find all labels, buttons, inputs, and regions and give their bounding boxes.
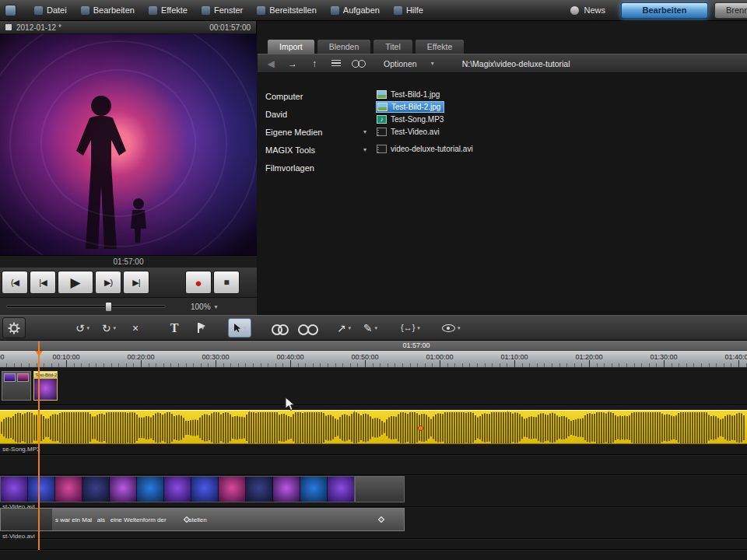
record-button[interactable]: ● bbox=[185, 271, 212, 294]
video-clip-filmstrip[interactable] bbox=[0, 476, 355, 502]
redo-button[interactable]: ↻ ▾ bbox=[97, 318, 121, 338]
menu-hilfe[interactable]: Hilfe bbox=[387, 0, 430, 20]
range-button[interactable]: {↔} ▾ bbox=[398, 318, 423, 338]
file-item[interactable]: Test-Video.avi bbox=[376, 126, 443, 138]
media-path[interactable]: N:\Magix\video-deluxe-tutorial bbox=[462, 59, 570, 68]
chevron-down-icon: ▾ bbox=[349, 325, 352, 331]
forward-icon[interactable]: → bbox=[286, 57, 300, 71]
video-clip-extension[interactable] bbox=[355, 476, 405, 502]
group-button[interactable] bbox=[267, 318, 290, 338]
seek-slider[interactable] bbox=[6, 305, 166, 308]
menu-item-icon bbox=[81, 6, 89, 15]
nav-item-computer[interactable]: Computer bbox=[258, 87, 374, 105]
menu-item-label: Bearbeiten bbox=[93, 5, 135, 15]
file-name: Test-Bild-2.jpg bbox=[391, 103, 440, 111]
tab-effekte[interactable]: Effekte bbox=[415, 39, 465, 54]
edit-mode-button[interactable]: Bearbeiten bbox=[621, 2, 708, 19]
chevron-down-icon: ▾ bbox=[363, 146, 366, 153]
clip-split-line bbox=[249, 411, 250, 443]
timeline-position-strip[interactable]: 01:57:00 bbox=[0, 341, 747, 351]
timeline-ruler[interactable]: 00:00:00 00:10:0000:20:0000:30:0000:40:0… bbox=[0, 351, 747, 368]
folder-up-icon[interactable]: ↑ bbox=[307, 57, 321, 71]
title-editor-button[interactable]: T bbox=[163, 318, 186, 338]
frame-back-button[interactable]: |◀ bbox=[30, 271, 56, 294]
ruler-label: 00:50:00 bbox=[351, 353, 378, 361]
film-frame-thumbnail bbox=[300, 477, 328, 502]
video-monitor[interactable] bbox=[0, 34, 257, 255]
burn-mode-button[interactable]: Brennen bbox=[714, 2, 747, 19]
search-icon[interactable] bbox=[351, 57, 365, 71]
ruler-label: 01:40:00 bbox=[724, 353, 747, 361]
eye-icon bbox=[442, 324, 455, 332]
news-button[interactable]: News bbox=[584, 5, 605, 15]
file-item[interactable]: Test-Bild-1.jpg bbox=[376, 89, 443, 100]
stop-button[interactable]: ■ bbox=[213, 271, 240, 294]
settings-button[interactable] bbox=[2, 317, 26, 338]
ruler-start-label: 00:00:00 bbox=[0, 353, 5, 361]
ruler-label: 01:30:00 bbox=[650, 353, 677, 361]
file-item[interactable]: ♪Test-Song.MP3 bbox=[376, 114, 447, 125]
undo-button[interactable]: ↺ ▾ bbox=[71, 318, 94, 338]
video-file-icon bbox=[377, 145, 387, 153]
menu-item-label: Datei bbox=[47, 5, 67, 15]
menu-item-label: Aufgaben bbox=[343, 5, 380, 15]
view-mode-button[interactable]: ▾ bbox=[439, 318, 464, 338]
frame-forward-button[interactable]: ▶| bbox=[123, 271, 149, 294]
tab-titel[interactable]: Titel bbox=[373, 39, 412, 54]
seek-slider-handle[interactable] bbox=[105, 302, 112, 312]
menu-datei[interactable]: Datei bbox=[27, 0, 74, 20]
nav-item-eigene-medien[interactable]: Eigene Medien▾ bbox=[258, 123, 374, 141]
menu-item-icon bbox=[202, 6, 210, 15]
nav-item-magix-tools[interactable]: MAGIX Tools▾ bbox=[258, 141, 374, 159]
image-clip-1[interactable] bbox=[2, 371, 31, 401]
transport-controls: (◀ |◀ ▶ ▶) ▶| ● ■ bbox=[0, 268, 257, 297]
magix-video-deluxe-app: DateiBearbeitenEffekteFensterBereitstell… bbox=[0, 0, 747, 560]
keyframe-dot[interactable] bbox=[418, 425, 423, 431]
media-pool-nav: ComputerDavidEigene Medien▾MAGIX Tools▾F… bbox=[258, 87, 374, 177]
clip-split-line bbox=[354, 411, 355, 443]
zoom-select[interactable]: 100% ▾ bbox=[191, 303, 218, 311]
timeline-tracks[interactable]: Test-Bild-2.jpg se-Song.MP3 st-Video.avi… bbox=[0, 368, 747, 560]
film-frame-thumbnail bbox=[1, 477, 28, 502]
file-item[interactable]: Test-Bild-2.jpg bbox=[376, 101, 444, 113]
ruler-minor-ticks bbox=[0, 363, 747, 367]
list-view-icon[interactable] bbox=[329, 57, 343, 71]
menu-effekte[interactable]: Effekte bbox=[142, 0, 195, 20]
mouse-mode-button[interactable]: ▾ bbox=[228, 318, 251, 338]
menu-aufgaben[interactable]: Aufgaben bbox=[324, 0, 387, 20]
menu-bereitstellen[interactable]: Bereitstellen bbox=[250, 0, 324, 20]
film-frame-thumbnail bbox=[219, 477, 246, 502]
title-clip[interactable]: s war ein Mal als eine Weltenform der st… bbox=[0, 508, 405, 531]
film-frame-thumbnail bbox=[191, 477, 219, 502]
nav-item-filmvorlagen[interactable]: Filmvorlagen bbox=[258, 159, 374, 177]
ungroup-button[interactable] bbox=[293, 318, 317, 338]
back-icon[interactable]: ◀ bbox=[264, 57, 278, 71]
film-frame-thumbnail bbox=[110, 477, 137, 502]
media-pool: Import Blenden Titel Effekte ◀ → ↑ Optio… bbox=[258, 21, 747, 315]
menu-bearbeiten[interactable]: Bearbeiten bbox=[74, 0, 142, 20]
app-icon[interactable] bbox=[5, 5, 16, 16]
playback-position-bar: 01:57:00 bbox=[0, 255, 257, 268]
range-end-button[interactable]: ▶) bbox=[95, 271, 121, 294]
timeline-toolbar: ↺ ▾ ↻ ▾ × T ▾ ▾ bbox=[0, 315, 747, 341]
menubar: DateiBearbeitenEffekteFensterBereitstell… bbox=[0, 0, 747, 21]
image-clip-2[interactable]: Test-Bild-2.jpg bbox=[33, 371, 58, 401]
undo-icon: ↺ bbox=[75, 323, 85, 334]
tab-blenden[interactable]: Blenden bbox=[317, 39, 372, 54]
marker-button[interactable]: ▾ bbox=[189, 318, 212, 338]
audio-clip-test-song[interactable] bbox=[0, 410, 747, 444]
menu-fenster[interactable]: Fenster bbox=[195, 0, 250, 20]
chevron-down-icon: ▾ bbox=[431, 60, 434, 67]
play-button[interactable]: ▶ bbox=[58, 271, 93, 294]
range-start-button[interactable]: (◀ bbox=[2, 271, 28, 294]
nav-item-david[interactable]: David bbox=[258, 105, 374, 123]
ruler-label: 01:10:00 bbox=[500, 353, 528, 361]
file-item[interactable]: video-deluxe-tutorial.avi bbox=[376, 143, 476, 155]
film-frame-thumbnail bbox=[55, 477, 82, 502]
delete-button[interactable]: × bbox=[124, 318, 147, 338]
options-button[interactable]: Optionen ▾ bbox=[384, 59, 434, 68]
timeline-cursor-time: 01:57:00 bbox=[393, 341, 440, 349]
stretch-button[interactable]: ↗ ▾ bbox=[332, 318, 356, 338]
tab-import[interactable]: Import bbox=[267, 39, 315, 54]
draw-button[interactable]: ✎ ▾ bbox=[359, 318, 382, 338]
